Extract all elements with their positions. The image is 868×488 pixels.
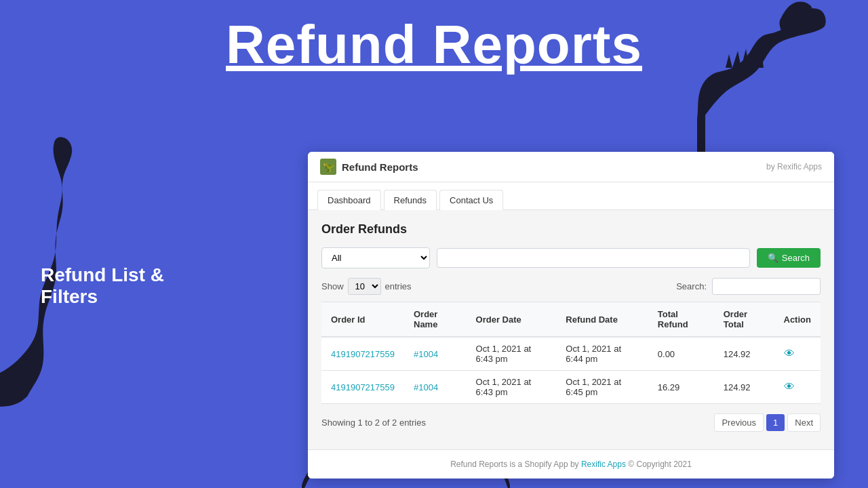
table-search-input[interactable]	[712, 278, 821, 295]
tab-refunds[interactable]: Refunds	[384, 190, 437, 210]
filter-row: All Refunded Partial 🔍 Search	[321, 247, 821, 268]
row2-refund-date: Oct 1, 2021 at 6:45 pm	[556, 371, 648, 404]
app-footer: Refund Reports is a Shopify App by Rexif…	[308, 449, 834, 479]
table-row: 4191907217559 #1004 Oct 1, 2021 at 6:43 …	[321, 337, 821, 371]
footer-text-before: Refund Reports is a Shopify App by	[450, 460, 581, 469]
search-right-label: Search:	[676, 281, 707, 291]
filter-select[interactable]: All Refunded Partial	[321, 247, 430, 268]
row2-view-icon[interactable]: 👁	[784, 381, 795, 392]
search-icon: 🔍	[768, 253, 778, 263]
page-1-button[interactable]: 1	[766, 414, 785, 431]
entries-select[interactable]: 10 25 50	[348, 278, 381, 295]
app-logo-area: 🦖 Refund Reports	[320, 159, 418, 175]
row2-total-refund: 16.29	[648, 371, 714, 404]
row2-order-total: 124.92	[714, 371, 774, 404]
row1-total-refund: 0.00	[648, 337, 714, 371]
row1-order-id: 4191907217559	[321, 337, 404, 371]
search-right: Search:	[676, 278, 821, 295]
row2-action: 👁	[774, 371, 821, 404]
col-action: Action	[774, 302, 821, 338]
search-button[interactable]: 🔍 Search	[757, 248, 821, 268]
search-btn-label: Search	[782, 253, 810, 263]
app-header: 🦖 Refund Reports by Rexific Apps	[308, 152, 834, 182]
col-total-refund: Total Refund	[648, 302, 714, 338]
row2-order-name-link[interactable]: #1004	[414, 382, 438, 392]
row1-order-id-link[interactable]: 4191907217559	[331, 349, 395, 359]
row2-order-id: 4191907217559	[321, 371, 404, 404]
row1-order-name-link[interactable]: #1004	[414, 349, 438, 359]
row1-refund-date: Oct 1, 2021 at 6:44 pm	[556, 337, 648, 371]
refunds-table: Order Id Order Name Order Date Refund Da…	[321, 302, 821, 404]
table-row: 4191907217559 #1004 Oct 1, 2021 at 6:43 …	[321, 371, 821, 404]
row2-order-name: #1004	[404, 371, 467, 404]
table-header-row: Order Id Order Name Order Date Refund Da…	[321, 302, 821, 338]
row1-view-icon[interactable]: 👁	[784, 348, 795, 359]
dino-logo-emoji: 🦖	[323, 161, 334, 172]
row1-order-date: Oct 1, 2021 at 6:43 pm	[467, 337, 557, 371]
col-order-id: Order Id	[321, 302, 404, 338]
row1-order-name: #1004	[404, 337, 467, 371]
footer-text-after: © Copyright 2021	[626, 460, 692, 469]
entries-row: Show 10 25 50 entries Search:	[321, 278, 821, 295]
dino-top-icon	[570, 0, 827, 156]
col-order-total: Order Total	[714, 302, 774, 338]
pagination-row: Showing 1 to 2 of 2 entries Previous 1 N…	[321, 413, 821, 432]
pagination-controls: Previous 1 Next	[714, 413, 821, 432]
showing-text: Showing 1 to 2 of 2 entries	[321, 418, 426, 428]
app-logo-icon: 🦖	[320, 159, 336, 175]
tab-contact-us[interactable]: Contact Us	[439, 190, 503, 210]
row1-action: 👁	[774, 337, 821, 371]
show-label: Show	[321, 281, 344, 291]
side-label: Refund List & Filters	[41, 264, 176, 308]
by-rexific-label: by Rexific Apps	[766, 162, 822, 171]
content-area: Order Refunds All Refunded Partial 🔍 Sea…	[308, 210, 834, 444]
next-button[interactable]: Next	[787, 413, 821, 432]
row1-order-total: 124.92	[714, 337, 774, 371]
entries-left: Show 10 25 50 entries	[321, 278, 412, 295]
app-panel: 🦖 Refund Reports by Rexific Apps Dashboa…	[308, 152, 834, 479]
footer-rexific-link[interactable]: Rexific Apps	[581, 460, 626, 469]
col-order-name: Order Name	[404, 302, 467, 338]
tab-dashboard[interactable]: Dashboard	[317, 190, 381, 210]
filter-input[interactable]	[437, 248, 750, 268]
col-refund-date: Refund Date	[556, 302, 648, 338]
col-order-date: Order Date	[467, 302, 557, 338]
section-title: Order Refunds	[321, 222, 821, 237]
entries-label: entries	[385, 281, 412, 291]
nav-tabs: Dashboard Refunds Contact Us	[308, 182, 834, 210]
row2-order-id-link[interactable]: 4191907217559	[331, 382, 395, 392]
previous-button[interactable]: Previous	[714, 413, 764, 432]
row2-order-date: Oct 1, 2021 at 6:43 pm	[467, 371, 557, 404]
app-title: Refund Reports	[342, 161, 418, 173]
